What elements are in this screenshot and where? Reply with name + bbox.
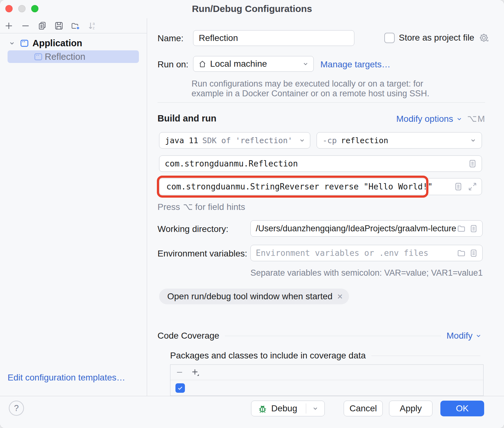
folder-icon[interactable]: [457, 249, 466, 258]
application-icon: [33, 52, 43, 62]
tree-group-application[interactable]: Application: [8, 37, 82, 50]
add-pattern-button[interactable]: [191, 368, 200, 377]
program-arguments-value: com.strongduanmu.StringReverser reverse …: [166, 182, 432, 191]
divider: [371, 356, 480, 356]
manage-targets-link[interactable]: Manage targets…: [320, 59, 391, 70]
coverage-modify-link[interactable]: Modify: [447, 331, 482, 341]
sort-configurations-button: a z: [88, 21, 97, 31]
environment-variables-hint: Separate variables with semicolon: VAR=v…: [250, 268, 483, 278]
code-coverage-section: Code Coverage Modify: [158, 331, 482, 341]
store-label: Store as project file: [399, 33, 474, 43]
program-arguments-input[interactable]: com.strongduanmu.StringReverser reverse …: [159, 178, 482, 195]
build-and-run-heading: Build and run: [158, 113, 216, 124]
jre-description: SDK of 'reflection': [202, 136, 292, 145]
svg-text:z: z: [93, 26, 94, 30]
pattern-checkbox[interactable]: [175, 383, 185, 393]
chip-label: Open run/debug tool window when started: [167, 291, 333, 301]
home-icon: [198, 60, 207, 68]
save-icon: [54, 21, 64, 31]
jre-select[interactable]: java 11 SDK of 'reflection': [159, 132, 310, 149]
section-divider: [158, 102, 485, 103]
tree-item-reflection[interactable]: Reflection: [8, 50, 139, 63]
environment-variables-label: Environment variables:: [158, 249, 247, 259]
classpath-flag: -cp: [323, 136, 337, 145]
classpath-value: reflection: [341, 136, 388, 145]
help-button[interactable]: ?: [9, 401, 24, 416]
run-on-help-text: Run configurations may be executed local…: [192, 79, 429, 99]
option-key-icon: [183, 203, 192, 211]
run-debug-configurations-dialog: Run/Debug Configurations: [0, 0, 504, 428]
list-icon[interactable]: [469, 249, 478, 258]
environment-variables-input[interactable]: Environment variables or .env files: [250, 245, 483, 261]
run-on-label: Run on:: [158, 59, 188, 70]
chevron-down-icon: [456, 115, 463, 122]
jre-version: java 11: [165, 136, 198, 145]
name-label: Name:: [158, 33, 183, 43]
new-folder-icon: [71, 21, 80, 31]
debug-button[interactable]: Debug: [251, 401, 325, 416]
working-directory-label: Working directory:: [158, 224, 228, 234]
main-class-value: com.strongduanmu.Reflection: [165, 159, 298, 168]
chevron-down-icon: [475, 332, 482, 339]
modify-options-link[interactable]: Modify options: [396, 114, 463, 124]
option-key-icon: [467, 115, 477, 123]
plus-icon: [4, 21, 14, 31]
coverage-packages-heading: Packages and classes to include in cover…: [170, 351, 366, 361]
list-icon[interactable]: [468, 159, 477, 168]
cancel-button[interactable]: Cancel: [344, 401, 383, 416]
sort-az-icon: a z: [88, 21, 97, 31]
chevron-down-icon: [8, 39, 16, 47]
copy-configuration-button[interactable]: [37, 21, 47, 31]
working-directory-input[interactable]: /Users/duanzhengqiang/IdeaProjects/graal…: [250, 220, 483, 237]
store-checkbox[interactable]: [384, 33, 395, 43]
environment-variables-placeholder: Environment variables or .env files: [256, 248, 457, 258]
debug-label: Debug: [271, 403, 297, 414]
debug-dropdown-button[interactable]: [306, 405, 324, 412]
bug-icon: [258, 404, 267, 414]
copy-icon: [37, 21, 47, 31]
edit-templates-link[interactable]: Edit configuration templates…: [8, 373, 125, 383]
coverage-pattern-row[interactable]: [170, 380, 483, 396]
run-tool-window-chip[interactable]: Open run/debug tool window when started …: [159, 289, 349, 304]
configurations-toolbar: a z: [0, 18, 147, 33]
coverage-table-toolbar: [170, 365, 483, 380]
coverage-packages-section: Packages and classes to include in cover…: [170, 351, 480, 361]
question-mark-icon: ?: [14, 403, 19, 413]
add-configuration-button[interactable]: [4, 21, 14, 31]
gear-icon[interactable]: [478, 32, 489, 43]
list-icon[interactable]: [454, 182, 463, 191]
sidebar-divider: [147, 18, 147, 396]
expand-icon[interactable]: [468, 182, 477, 191]
chevron-down-icon: [302, 60, 309, 67]
chevron-down-icon: [312, 405, 319, 412]
name-input[interactable]: Reflection: [193, 30, 354, 46]
minus-icon: [21, 21, 30, 31]
apply-button[interactable]: Apply: [389, 401, 432, 416]
chevron-down-icon: [470, 137, 477, 144]
working-directory-value: /Users/duanzhengqiang/IdeaProjects/graal…: [256, 224, 457, 234]
name-value: Reflection: [199, 33, 238, 43]
list-icon[interactable]: [469, 224, 478, 233]
close-icon[interactable]: ×: [337, 292, 343, 301]
code-coverage-heading: Code Coverage: [158, 331, 219, 341]
field-hints-text: Press for field hints: [158, 202, 245, 212]
svg-text:a: a: [93, 21, 95, 25]
run-on-value: Local machine: [210, 59, 267, 69]
new-folder-button[interactable]: [71, 21, 80, 31]
store-as-project-file: Store as project file: [384, 32, 489, 43]
tree-group-label: Application: [32, 38, 82, 48]
modify-options-shortcut: M: [467, 114, 485, 124]
classpath-select[interactable]: -cp reflection: [317, 132, 482, 149]
save-configuration-button[interactable]: [54, 21, 64, 31]
check-icon: [177, 385, 183, 391]
folder-icon[interactable]: [457, 224, 466, 233]
remove-pattern-button[interactable]: [175, 368, 184, 376]
remove-configuration-button[interactable]: [21, 21, 30, 31]
ok-button[interactable]: OK: [440, 401, 484, 416]
dialog-footer: ? Debug Cancel Apply OK: [0, 396, 504, 428]
main-class-input[interactable]: com.strongduanmu.Reflection: [159, 155, 482, 172]
window-title: Run/Debug Configurations: [0, 3, 504, 14]
chevron-down-icon: [299, 137, 306, 144]
run-on-select[interactable]: Local machine: [193, 56, 314, 72]
coverage-patterns-table: [170, 364, 484, 396]
